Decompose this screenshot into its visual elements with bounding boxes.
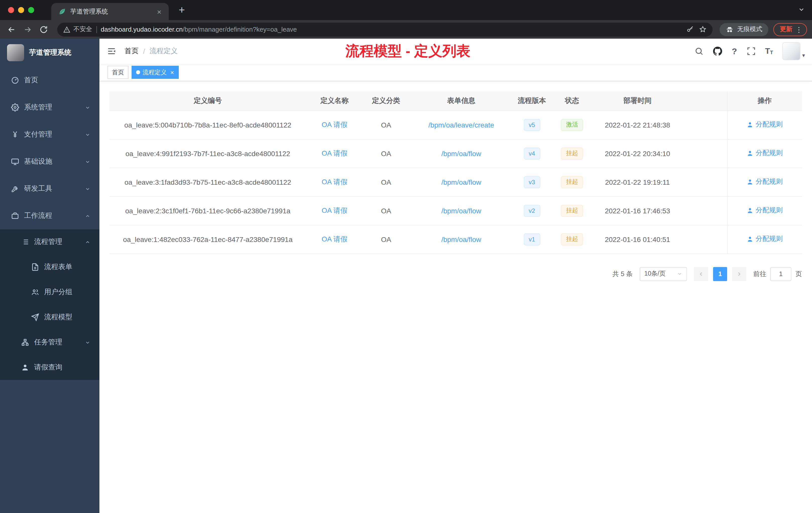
bookmark-star-icon[interactable] xyxy=(699,26,706,33)
close-window-button[interactable] xyxy=(8,7,14,13)
forward-icon[interactable] xyxy=(21,23,34,36)
font-size-icon[interactable]: TT xyxy=(765,47,773,55)
form-info-link[interactable]: /bpm/oa/leave/create xyxy=(428,121,494,129)
site-favicon-icon xyxy=(58,7,66,16)
sidebar-logo[interactable]: 芋道管理系统 xyxy=(0,39,99,67)
spacer-cell xyxy=(682,139,727,168)
password-key-icon[interactable] xyxy=(687,26,694,33)
tab-search-chevron-icon[interactable] xyxy=(798,6,805,13)
definition-name-link[interactable]: OA 请假 xyxy=(322,235,348,243)
sidebar-item-home[interactable]: 首页 xyxy=(0,67,99,94)
page-size-select[interactable]: 10条/页 xyxy=(640,267,687,281)
users-icon xyxy=(31,288,39,296)
help-icon[interactable]: ? xyxy=(732,47,737,56)
sidebar-item-task-management[interactable]: 任务管理 xyxy=(0,330,99,355)
definition-id: oa_leave:1:482ec033-762a-11ec-8477-a2380… xyxy=(110,225,306,253)
sidebar-item-leave-query[interactable]: 请假查询 xyxy=(0,355,99,380)
table-row: oa_leave:3:1fad3d93-7b75-11ec-a3c8-acde4… xyxy=(110,168,802,196)
next-page-button[interactable] xyxy=(732,267,746,281)
form-info-link[interactable]: /bpm/oa/flow xyxy=(441,207,481,215)
page-title-annotation: 流程模型 - 定义列表 xyxy=(346,42,470,61)
url-domain: dashboard.yudao.iocoder.cn xyxy=(101,26,183,33)
tab-close-icon[interactable]: × xyxy=(155,7,164,16)
definition-name-link[interactable]: OA 请假 xyxy=(322,206,348,214)
form-info-link[interactable]: /bpm/oa/flow xyxy=(441,178,481,186)
definition-name-link[interactable]: OA 请假 xyxy=(322,120,348,128)
sidebar-item-process-form[interactable]: 流程表单 xyxy=(0,254,99,280)
page-size-value: 10条/页 xyxy=(644,270,666,278)
org-tree-icon xyxy=(21,338,29,346)
search-icon[interactable] xyxy=(695,47,703,56)
sidebar-item-workflow[interactable]: 工作流程 xyxy=(0,202,99,230)
sidebar-item-user-group[interactable]: 用户分组 xyxy=(0,280,99,305)
prev-page-button[interactable] xyxy=(694,267,708,281)
definition-category: OA xyxy=(363,111,409,139)
pagination: 共 5 条 10条/页 1 xyxy=(110,267,802,281)
status-badge: 激活 xyxy=(561,119,583,131)
definition-name-link[interactable]: OA 请假 xyxy=(322,177,348,185)
security-chip[interactable]: 不安全 xyxy=(63,25,92,34)
goto-page-input[interactable] xyxy=(770,267,791,281)
tag-home[interactable]: 首页 xyxy=(108,66,128,79)
user-icon xyxy=(21,363,29,371)
form-info-link[interactable]: /bpm/oa/flow xyxy=(441,149,481,157)
sidebar-collapse-icon[interactable] xyxy=(107,46,116,56)
browser-menu-kebab-icon[interactable]: ⋮ xyxy=(795,26,803,33)
tag-process-definition[interactable]: 流程定义 × xyxy=(132,66,178,79)
spacer-cell xyxy=(682,111,727,139)
assign-rule-link[interactable]: 分配规则 xyxy=(747,120,783,129)
sidebar-item-label: 用户分组 xyxy=(44,288,72,297)
form-info-link[interactable]: /bpm/oa/flow xyxy=(441,235,481,243)
browser-tab[interactable]: 芋道管理系统 × xyxy=(51,3,169,20)
briefcase-icon xyxy=(11,212,19,220)
chevron-down-icon xyxy=(85,339,90,345)
gear-icon xyxy=(11,103,19,112)
sidebar-item-label: 首页 xyxy=(24,76,38,85)
goto-unit-label: 页 xyxy=(795,269,802,278)
github-icon[interactable] xyxy=(713,47,722,56)
definition-category: OA xyxy=(363,196,409,225)
assign-rule-link[interactable]: 分配规则 xyxy=(747,206,783,215)
minimize-window-button[interactable] xyxy=(18,7,24,13)
deploy-time: 2022-01-22 20:34:10 xyxy=(593,139,682,168)
page-url: dashboard.yudao.iocoder.cn/bpm/manager/d… xyxy=(101,26,683,33)
sidebar-item-payment-management[interactable]: 支付管理 xyxy=(0,121,99,148)
version-badge: v3 xyxy=(524,176,540,188)
browser-update-button[interactable]: 更新 ⋮ xyxy=(773,23,807,36)
definition-name-link[interactable]: OA 请假 xyxy=(322,149,348,157)
pagination-total: 共 5 条 xyxy=(612,269,633,278)
breadcrumb: 首页 / 流程定义 xyxy=(124,47,178,56)
sidebar-item-process-model[interactable]: 流程模型 xyxy=(0,305,99,330)
sidebar-item-infrastructure[interactable]: 基础设施 xyxy=(0,148,99,175)
definition-id: oa_leave:4:991f2193-7b7f-11ec-a3c8-acde4… xyxy=(110,139,306,168)
address-bar[interactable]: 不安全 dashboard.yudao.iocoder.cn/bpm/manag… xyxy=(57,22,713,36)
deploy-time: 2022-01-16 17:46:53 xyxy=(593,196,682,225)
sidebar-item-label: 支付管理 xyxy=(24,130,52,139)
tab-title: 芋道管理系统 xyxy=(70,7,151,16)
zoom-window-button[interactable] xyxy=(28,7,34,13)
sidebar-item-label: 请假查询 xyxy=(34,363,62,372)
sidebar-item-system-management[interactable]: 系统管理 xyxy=(0,94,99,121)
fullscreen-icon[interactable] xyxy=(747,47,755,56)
definition-table: 定义编号 定义名称 定义分类 表单信息 流程版本 状态 部署时间 操作 xyxy=(110,91,802,254)
back-icon[interactable] xyxy=(5,23,18,36)
definition-category: OA xyxy=(363,225,409,253)
tag-close-icon[interactable]: × xyxy=(170,69,174,76)
assign-rule-link[interactable]: 分配规则 xyxy=(747,177,783,186)
table-row: oa_leave:2:3c1f0ef1-76b1-11ec-9c66-a2380… xyxy=(110,196,802,225)
user-avatar-menu[interactable]: ▾ xyxy=(783,42,805,60)
sidebar-item-process-management[interactable]: 流程管理 xyxy=(0,230,99,254)
reload-icon[interactable] xyxy=(37,23,50,36)
assign-rule-link[interactable]: 分配规则 xyxy=(747,235,783,244)
page-number-button[interactable]: 1 xyxy=(713,267,727,281)
sidebar-item-dev-tools[interactable]: 研发工具 xyxy=(0,175,99,202)
breadcrumb-home[interactable]: 首页 xyxy=(124,47,139,56)
wrench-icon xyxy=(11,185,19,193)
omnibox-separator xyxy=(96,26,97,33)
deploy-time: 2022-01-16 01:40:51 xyxy=(593,225,682,253)
col-header-form-info: 表单信息 xyxy=(409,91,513,111)
app-title: 芋道管理系统 xyxy=(29,48,71,57)
sidebar: 芋道管理系统 首页 系统管理 xyxy=(0,39,99,513)
assign-rule-link[interactable]: 分配规则 xyxy=(747,149,783,158)
new-tab-button[interactable]: + xyxy=(175,3,189,17)
